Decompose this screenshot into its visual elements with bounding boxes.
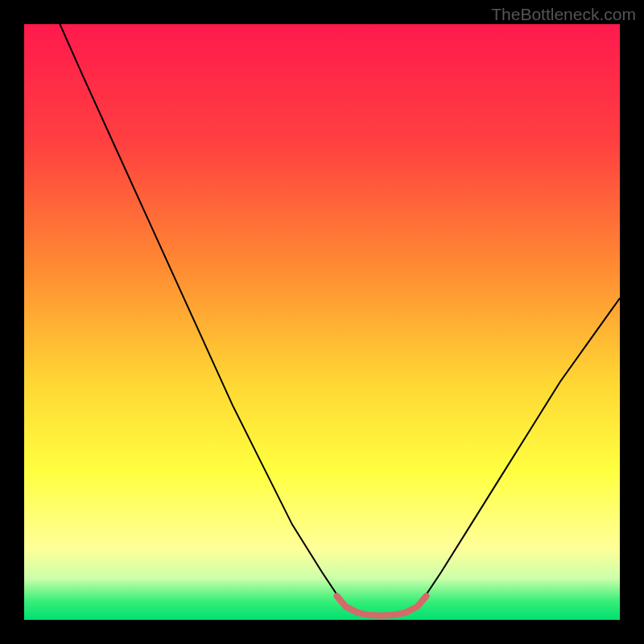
bottleneck-chart — [0, 0, 644, 644]
chart-container: TheBottleneck.com — [0, 0, 644, 644]
plot-background — [24, 24, 620, 620]
watermark-text: TheBottleneck.com — [491, 5, 636, 24]
